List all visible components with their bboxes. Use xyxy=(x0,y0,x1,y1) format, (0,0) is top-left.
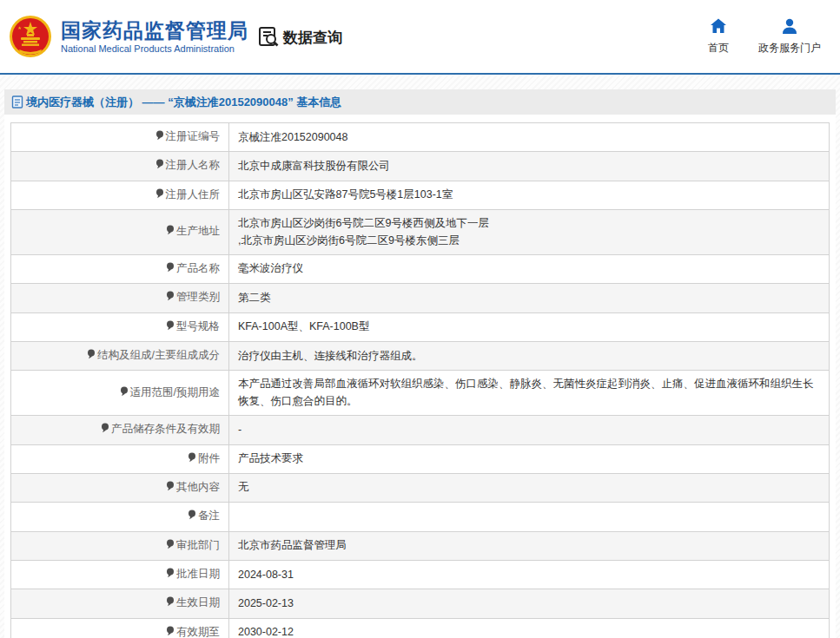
note-pin-icon xyxy=(166,480,175,497)
nav-gov-portal[interactable]: 政务服务门户 xyxy=(758,17,821,56)
note-pin-icon xyxy=(87,348,96,365)
row-value: 第二类 xyxy=(229,284,830,312)
table-row: 结构及组成/主要组成成分 治疗仪由主机、连接线和治疗器组成。 xyxy=(11,342,830,371)
row-value: 北京市房山区沙岗街6号院二区9号楼西侧及地下一层 ,北京市房山区沙岗街6号院二区… xyxy=(229,210,830,255)
row-label: 审批部门 xyxy=(11,531,229,560)
row-value: 本产品通过改善局部血液循环对软组织感染、伤口感染、静脉炎、无菌性炎症起到消炎、止… xyxy=(229,371,830,416)
note-pin-icon xyxy=(188,451,196,468)
site-logo[interactable]: 国家药品监督管理局 National Medical Products Admi… xyxy=(0,15,248,58)
home-icon xyxy=(710,17,727,35)
table-row: 批准日期 2024-08-31 xyxy=(11,561,830,589)
row-label: 生效日期 xyxy=(11,589,229,618)
data-query-label: 数据查询 xyxy=(283,28,342,48)
table-row: 管理类别 第二类 xyxy=(11,284,830,312)
table-row: 注册人名称 北京中成康富科技股份有限公司 xyxy=(11,152,830,181)
table-row: 生效日期 2025-02-13 xyxy=(11,589,830,618)
table-row: 产品储存条件及有效期 - xyxy=(11,416,830,444)
row-label: 产品名称 xyxy=(11,254,229,283)
row-value: - xyxy=(229,416,830,444)
note-pin-icon xyxy=(101,422,109,438)
row-label: 附件 xyxy=(11,444,229,473)
row-label: 其他内容 xyxy=(11,473,229,502)
row-value: 毫米波治疗仪 xyxy=(229,254,830,283)
row-value: 2025-02-13 xyxy=(229,589,830,618)
row-value: 2024-08-31 xyxy=(229,561,830,589)
note-pin-icon xyxy=(166,595,175,612)
row-label: 有效期至 xyxy=(11,618,229,638)
document-icon xyxy=(11,95,23,109)
note-pin-icon xyxy=(120,385,129,402)
table-row: 适用范围/预期用途 本产品通过改善局部血液循环对软组织感染、伤口感染、静脉炎、无… xyxy=(11,371,830,416)
note-pin-icon xyxy=(166,224,175,240)
table-row: 生产地址 北京市房山区沙岗街6号院二区9号楼西侧及地下一层 ,北京市房山区沙岗街… xyxy=(11,210,830,255)
row-value: 产品技术要求 xyxy=(229,444,830,473)
data-query-section[interactable]: 数据查询 xyxy=(257,26,342,49)
table-row: 备注 xyxy=(11,503,830,531)
row-label: 结构及组成/主要组成成分 xyxy=(11,342,229,371)
row-label: 管理类别 xyxy=(11,284,229,312)
table-row: 其他内容 无 xyxy=(11,473,830,502)
row-label: 注册人名称 xyxy=(11,152,229,181)
header-nav: 首页 政务服务门户 xyxy=(708,17,821,56)
note-pin-icon xyxy=(166,538,175,555)
note-pin-icon xyxy=(166,625,175,638)
note-pin-icon xyxy=(166,319,175,336)
note-pin-icon xyxy=(155,158,164,174)
national-emblem-icon xyxy=(9,15,52,58)
table-row: 有效期至 2030-02-12 xyxy=(11,618,830,638)
row-label: 注册人住所 xyxy=(11,181,229,209)
page-title: 境内医疗器械（注册） —— “京械注准20152090048” 基本信息 xyxy=(26,95,341,110)
site-title: 国家药品监督管理局 xyxy=(61,19,248,42)
row-value xyxy=(229,503,830,531)
user-icon xyxy=(781,17,798,35)
note-pin-icon xyxy=(155,187,164,204)
data-query-icon xyxy=(257,26,280,49)
row-value: 京械注准20152090048 xyxy=(229,123,830,152)
table-row: 附件 产品技术要求 xyxy=(11,444,830,473)
note-pin-icon xyxy=(188,509,196,525)
row-label: 型号规格 xyxy=(11,312,229,341)
content-panel: 注册证编号 京械注准20152090048 注册人名称 北京中成康富科技股份有限… xyxy=(4,115,836,638)
note-pin-icon xyxy=(155,129,164,146)
table-row: 注册证编号 京械注准20152090048 xyxy=(11,123,830,152)
row-value: 2030-02-12 xyxy=(229,618,830,638)
site-subtitle: National Medical Products Administration xyxy=(61,43,248,54)
breadcrumb: 境内医疗器械（注册） —— “京械注准20152090048” 基本信息 xyxy=(4,89,836,115)
nav-home-label: 首页 xyxy=(708,41,729,56)
table-row: 审批部门 北京市药品监督管理局 xyxy=(11,531,830,560)
row-value: KFA-100A型、KFA-100B型 xyxy=(229,312,830,341)
page-header: 国家药品监督管理局 National Medical Products Admi… xyxy=(0,0,840,75)
note-pin-icon xyxy=(166,261,175,278)
row-value: 北京中成康富科技股份有限公司 xyxy=(229,152,830,181)
note-pin-icon xyxy=(166,567,175,583)
table-row: 注册人住所 北京市房山区弘安路87号院5号楼1层103-1室 xyxy=(11,181,830,209)
registration-info-table: 注册证编号 京械注准20152090048 注册人名称 北京中成康富科技股份有限… xyxy=(10,122,830,638)
table-row: 产品名称 毫米波治疗仪 xyxy=(11,254,830,283)
row-label: 适用范围/预期用途 xyxy=(11,371,229,416)
note-pin-icon xyxy=(166,290,175,306)
row-label: 注册证编号 xyxy=(11,123,229,152)
row-value: 治疗仪由主机、连接线和治疗器组成。 xyxy=(229,342,830,371)
row-value: 北京市房山区弘安路87号院5号楼1层103-1室 xyxy=(229,181,830,209)
nav-gov-portal-label: 政务服务门户 xyxy=(758,41,821,56)
row-value: 北京市药品监督管理局 xyxy=(229,531,830,560)
table-row: 型号规格 KFA-100A型、KFA-100B型 xyxy=(11,312,830,341)
row-value: 无 xyxy=(229,473,830,502)
row-label: 批准日期 xyxy=(11,561,229,589)
nav-home[interactable]: 首页 xyxy=(708,17,729,56)
row-label: 产品储存条件及有效期 xyxy=(11,416,229,444)
row-label: 生产地址 xyxy=(11,210,229,255)
row-label: 备注 xyxy=(11,503,229,531)
